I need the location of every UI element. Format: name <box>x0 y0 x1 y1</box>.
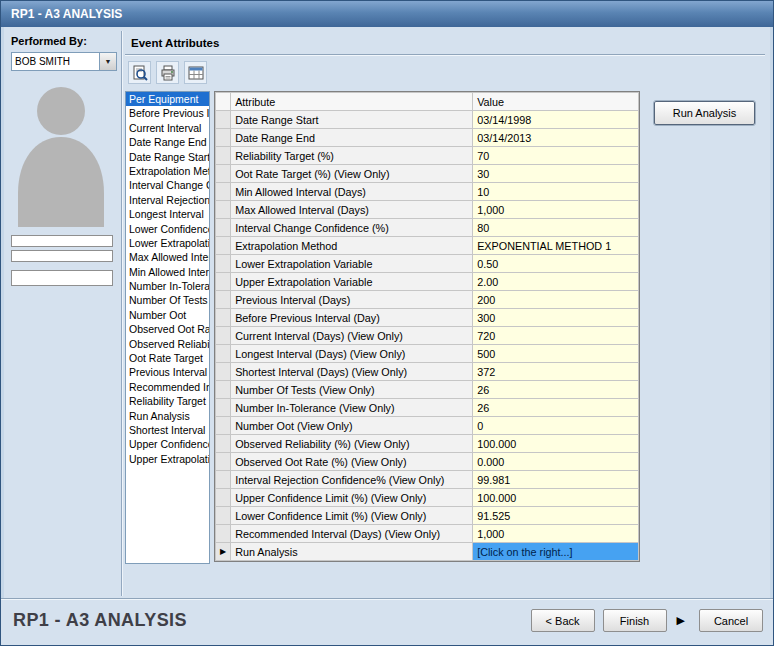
print-preview-icon[interactable] <box>128 61 151 84</box>
value-cell[interactable]: 26 <box>473 399 639 417</box>
attribute-list-item[interactable]: Oot Rate Target <box>126 351 209 365</box>
attribute-cell: Observed Oot Rate (%) (View Only) <box>231 453 473 471</box>
attribute-list-item[interactable]: Max Allowed Interval <box>126 250 209 264</box>
value-cell[interactable]: 100.000 <box>473 489 639 507</box>
toolbar <box>128 61 207 84</box>
next-arrow-icon[interactable]: ▶ <box>677 614 685 627</box>
value-cell[interactable]: 0.50 <box>473 255 639 273</box>
run-analysis-button[interactable]: Run Analysis <box>654 101 755 125</box>
value-cell[interactable]: 1,000 <box>473 525 639 543</box>
row-selector[interactable] <box>216 237 231 255</box>
attribute-list-item[interactable]: Reliability Target <box>126 394 209 408</box>
attribute-cell: Interval Change Confidence (%) <box>231 219 473 237</box>
row-selector[interactable] <box>216 363 231 381</box>
value-cell[interactable]: 10 <box>473 183 639 201</box>
attribute-list-item[interactable]: Observed Oot Rate <box>126 322 209 336</box>
attribute-list-item[interactable]: Number Of Tests <box>126 293 209 307</box>
attribute-list-item[interactable]: Upper Confidence Limit <box>126 437 209 451</box>
attribute-list-item[interactable]: Number In-Tolerance <box>126 279 209 293</box>
row-selector[interactable] <box>216 147 231 165</box>
attribute-list-item[interactable]: Before Previous Interval <box>126 106 209 120</box>
value-cell[interactable]: 26 <box>473 381 639 399</box>
value-cell[interactable]: 03/14/2013 <box>473 129 639 147</box>
cancel-button[interactable]: Cancel <box>699 609 763 632</box>
attribute-cell: Lower Confidence Limit (%) (View Only) <box>231 507 473 525</box>
value-cell[interactable]: 03/14/1998 <box>473 111 639 129</box>
table-row: Previous Interval (Days)200 <box>216 291 639 309</box>
value-cell[interactable]: 300 <box>473 309 639 327</box>
performed-by-value: BOB SMITH <box>12 53 99 70</box>
value-cell[interactable]: EXPONENTIAL METHOD 1 <box>473 237 639 255</box>
print-icon[interactable] <box>156 61 179 84</box>
attribute-list-item[interactable]: Per Equipment <box>126 92 209 106</box>
row-selector[interactable] <box>216 399 231 417</box>
row-selector[interactable] <box>216 273 231 291</box>
value-cell[interactable]: 99.981 <box>473 471 639 489</box>
attribute-list-item[interactable]: Interval Rejection Confidence <box>126 193 209 207</box>
row-selector[interactable] <box>216 309 231 327</box>
attribute-list-item[interactable]: Number Oot <box>126 308 209 322</box>
value-cell[interactable]: 70 <box>473 147 639 165</box>
row-selector[interactable] <box>216 489 231 507</box>
row-selector[interactable] <box>216 435 231 453</box>
attribute-cell: Date Range Start <box>231 111 473 129</box>
table-row: Lower Confidence Limit (%) (View Only)91… <box>216 507 639 525</box>
row-selector[interactable] <box>216 327 231 345</box>
attribute-list-item[interactable]: Longest Interval <box>126 207 209 221</box>
attribute-list-item[interactable]: Run Analysis <box>126 409 209 423</box>
row-selector[interactable] <box>216 219 231 237</box>
performed-by-panel: Performed By: BOB SMITH ▼ <box>11 35 117 286</box>
attribute-list-item[interactable]: Min Allowed Interval <box>126 265 209 279</box>
row-selector[interactable] <box>216 507 231 525</box>
attribute-list-item[interactable]: Current Interval <box>126 121 209 135</box>
value-cell[interactable]: 80 <box>473 219 639 237</box>
value-cell[interactable]: 0.000 <box>473 453 639 471</box>
attribute-list-item[interactable]: Lower Confidence Limit <box>126 222 209 236</box>
performed-by-dropdown[interactable]: BOB SMITH ▼ <box>11 52 117 71</box>
attribute-list-item[interactable]: Date Range End <box>126 135 209 149</box>
row-selector[interactable] <box>216 183 231 201</box>
row-selector[interactable] <box>216 291 231 309</box>
chevron-down-icon[interactable]: ▼ <box>99 53 116 70</box>
attribute-list-item[interactable]: Observed Reliability <box>126 337 209 351</box>
table-row: Number Oot (View Only)0 <box>216 417 639 435</box>
attribute-list-item[interactable]: Recommended Interval <box>126 380 209 394</box>
value-cell[interactable]: 372 <box>473 363 639 381</box>
table-row: Observed Oot Rate (%) (View Only)0.000 <box>216 453 639 471</box>
row-selector[interactable] <box>216 381 231 399</box>
attribute-list-item[interactable]: Shortest Interval <box>126 423 209 437</box>
row-selector[interactable] <box>216 111 231 129</box>
value-cell[interactable]: 0 <box>473 417 639 435</box>
table-row: Lower Extrapolation Variable0.50 <box>216 255 639 273</box>
attribute-list-item[interactable]: Previous Interval <box>126 365 209 379</box>
value-cell[interactable]: 100.000 <box>473 435 639 453</box>
row-selector[interactable] <box>216 453 231 471</box>
row-selector[interactable] <box>216 417 231 435</box>
value-cell[interactable]: 2.00 <box>473 273 639 291</box>
grid-view-icon[interactable] <box>184 61 207 84</box>
value-cell[interactable]: [Click on the right...] <box>473 543 639 561</box>
value-cell[interactable]: 91.525 <box>473 507 639 525</box>
row-selector[interactable] <box>216 345 231 363</box>
row-selector[interactable] <box>216 471 231 489</box>
attribute-list-item[interactable]: Extrapolation Method <box>126 164 209 178</box>
value-cell[interactable]: 30 <box>473 165 639 183</box>
attribute-list-item[interactable]: Upper Extrapolation Variable <box>126 452 209 466</box>
value-cell[interactable]: 200 <box>473 291 639 309</box>
attribute-list-item[interactable]: Interval Change Confidence <box>126 178 209 192</box>
finish-button[interactable]: Finish <box>603 609 667 632</box>
value-cell[interactable]: 1,000 <box>473 201 639 219</box>
value-cell[interactable]: 500 <box>473 345 639 363</box>
row-selector[interactable] <box>216 201 231 219</box>
row-selector[interactable] <box>216 165 231 183</box>
row-selector[interactable] <box>216 255 231 273</box>
placeholder-field-3 <box>11 270 113 286</box>
attribute-list-item[interactable]: Date Range Start <box>126 150 209 164</box>
row-selector[interactable] <box>216 525 231 543</box>
row-selector[interactable] <box>216 129 231 147</box>
back-button[interactable]: < Back <box>531 609 595 632</box>
current-row-arrow-icon[interactable]: ▶ <box>216 543 231 561</box>
value-cell[interactable]: 720 <box>473 327 639 345</box>
attribute-cell: Upper Extrapolation Variable <box>231 273 473 291</box>
attribute-list-item[interactable]: Lower Extrapolation Variable <box>126 236 209 250</box>
